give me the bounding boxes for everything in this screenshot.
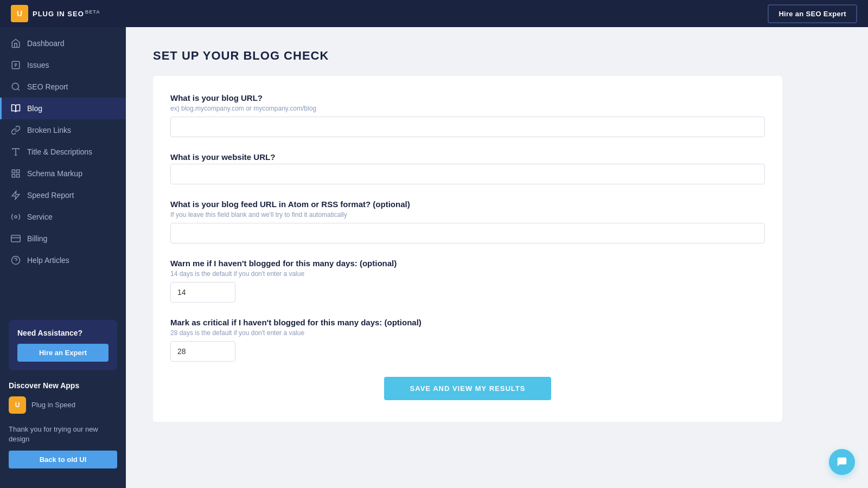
need-assistance-title: Need Assistance? xyxy=(17,329,108,337)
discover-title: Discover New Apps xyxy=(9,381,117,390)
sidebar-item-schema-markup[interactable]: Schema Markup xyxy=(0,163,126,184)
form-card: What is your blog URL? ex) blog.mycompan… xyxy=(153,76,782,422)
thank-you-section: Thank you for trying our new design Back… xyxy=(9,425,117,468)
sidebar-item-billing[interactable]: Billing xyxy=(0,228,126,249)
app-icon: U xyxy=(9,396,26,414)
sidebar-item-speed-report[interactable]: Speed Report xyxy=(0,184,126,206)
logo: U PLUG IN SEOBETA xyxy=(11,5,100,22)
blog-url-label: What is your blog URL? xyxy=(170,93,765,102)
svg-rect-10 xyxy=(12,175,15,177)
discover-app[interactable]: U Plug in Speed xyxy=(9,396,117,414)
warn-days-label: Warn me if I haven't blogged for this ma… xyxy=(170,259,765,268)
logo-icon: U xyxy=(11,5,28,22)
feed-url-input[interactable] xyxy=(170,223,765,243)
svg-line-5 xyxy=(17,88,19,90)
svg-rect-8 xyxy=(12,170,15,172)
svg-rect-11 xyxy=(17,175,20,177)
warn-days-input[interactable] xyxy=(170,282,235,303)
critical-days-group: Mark as critical if I haven't blogged fo… xyxy=(170,318,765,362)
svg-point-4 xyxy=(12,83,18,89)
website-url-group: What is your website URL? xyxy=(170,152,765,184)
sidebar: Dashboard Issues SEO Report Blog Broken … xyxy=(0,27,126,488)
need-assistance-card: Need Assistance? Hire an Expert xyxy=(9,320,117,370)
sidebar-item-dashboard[interactable]: Dashboard xyxy=(0,33,126,54)
blog-url-input[interactable] xyxy=(170,117,765,137)
feed-url-hint: If you leave this field blank and we'll … xyxy=(170,211,765,219)
svg-point-12 xyxy=(15,216,17,219)
hire-expert-nav-button[interactable]: Hire an SEO Expert xyxy=(768,4,857,23)
save-btn-wrapper: SAVE AND VIEW MY RESULTS xyxy=(170,377,765,400)
blog-url-group: What is your blog URL? ex) blog.mycompan… xyxy=(170,93,765,137)
page-title: SET UP YOUR BLOG CHECK xyxy=(153,49,841,63)
sidebar-item-title-descriptions[interactable]: Title & Descriptions xyxy=(0,141,126,163)
sidebar-bottom: Need Assistance? Hire an Expert Discover… xyxy=(0,309,126,488)
svg-rect-9 xyxy=(17,170,20,172)
chat-bubble-button[interactable] xyxy=(829,449,855,475)
warn-days-group: Warn me if I haven't blogged for this ma… xyxy=(170,259,765,303)
sidebar-item-help-articles[interactable]: Help Articles xyxy=(0,249,126,271)
back-to-old-ui-button[interactable]: Back to old UI xyxy=(9,451,117,468)
logo-text: PLUG IN SEOBETA xyxy=(33,9,100,18)
warn-days-hint: 14 days is the default if you don't ente… xyxy=(170,270,765,278)
top-nav: U PLUG IN SEOBETA Hire an SEO Expert xyxy=(0,0,868,27)
thank-you-text: Thank you for trying our new design xyxy=(9,425,117,444)
sidebar-item-blog[interactable]: Blog xyxy=(0,98,126,119)
hire-expert-sidebar-button[interactable]: Hire an Expert xyxy=(17,344,108,362)
sidebar-item-broken-links[interactable]: Broken Links xyxy=(0,119,126,141)
critical-days-hint: 28 days is the default if you don't ente… xyxy=(170,329,765,337)
main-content: SET UP YOUR BLOG CHECK What is your blog… xyxy=(126,27,868,488)
feed-url-label: What is your blog feed URL in Atom or RS… xyxy=(170,200,765,209)
sidebar-item-service[interactable]: Service xyxy=(0,206,126,228)
website-url-label: What is your website URL? xyxy=(170,152,765,162)
blog-url-hint: ex) blog.mycompany.com or mycompany.com/… xyxy=(170,105,765,112)
discover-section: Discover New Apps U Plug in Speed xyxy=(9,381,117,414)
critical-days-label: Mark as critical if I haven't blogged fo… xyxy=(170,318,765,327)
feed-url-group: What is your blog feed URL in Atom or RS… xyxy=(170,200,765,243)
critical-days-input[interactable] xyxy=(170,341,235,362)
sidebar-item-issues[interactable]: Issues xyxy=(0,54,126,76)
svg-rect-13 xyxy=(11,235,21,242)
save-button[interactable]: SAVE AND VIEW MY RESULTS xyxy=(384,377,552,400)
website-url-input[interactable] xyxy=(170,164,765,184)
sidebar-item-seo-report[interactable]: SEO Report xyxy=(0,76,126,98)
app-name: Plug in Speed xyxy=(31,401,75,409)
